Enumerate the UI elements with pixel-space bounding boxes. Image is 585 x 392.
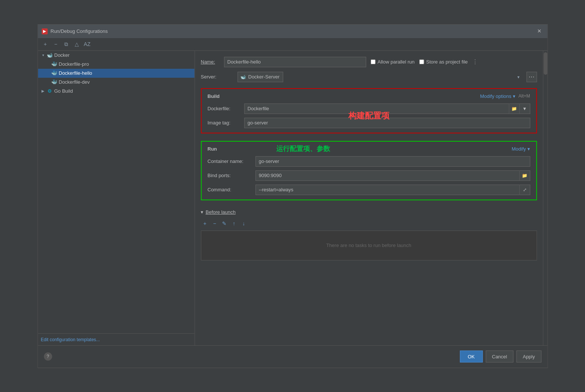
bind-ports-input[interactable] <box>255 170 520 181</box>
right-content: Name: Allow parallel run Store as projec… <box>195 51 543 345</box>
dockerfile-dev-icon: 🐳 <box>51 79 57 85</box>
sidebar-item-label: Docker <box>54 52 70 58</box>
sidebar-item-label: Dockerfile-pro <box>59 61 89 67</box>
bind-ports-wrapper: 📁 <box>255 170 530 181</box>
allow-parallel-run-checkbox[interactable] <box>370 59 375 64</box>
dockerfile-input[interactable] <box>244 104 509 114</box>
run-section-header: Run 运行配置项、参数 Modify ▾ <box>207 146 530 152</box>
run-modify-label: Modify <box>512 146 526 152</box>
expand-icon: ⤢ <box>523 187 527 192</box>
scrollbar[interactable] <box>543 51 547 345</box>
dockerfile-dropdown-button[interactable]: ▼ <box>520 104 530 114</box>
chevron-down-icon: ▾ <box>513 93 515 99</box>
folder-icon: 📁 <box>511 106 517 111</box>
image-tag-label: Image tag: <box>207 120 241 126</box>
move-up-icon: △ <box>75 41 79 47</box>
name-row: Name: Allow parallel run Store as projec… <box>201 57 537 67</box>
dropdown-arrow-icon: ▼ <box>523 106 527 111</box>
bind-ports-row: Bind ports: 📁 <box>207 170 530 181</box>
dockerfile-label: Dockerfile: <box>207 106 241 111</box>
container-name-wrapper <box>255 156 530 167</box>
edit-templates-link[interactable]: Edit configuration templates... <box>41 337 100 342</box>
store-as-project-checkbox[interactable] <box>419 59 424 64</box>
sort-icon: AZ <box>84 41 90 47</box>
dockerfile-folder-button[interactable]: 📁 <box>509 104 520 114</box>
command-expand-button[interactable]: ⤢ <box>520 185 530 195</box>
go-build-icon: ⚙ <box>47 88 53 94</box>
before-launch-empty-message: There are no tasks to run before launch <box>201 231 537 260</box>
build-section-header: Build Modify options ▾ Alt+M <box>207 93 530 99</box>
main-content: ▾ 🐋 Docker ▶ 🐳 Dockerfile-pro ▶ 🐳 Docker… <box>38 51 547 345</box>
allow-parallel-run-label: Allow parallel run <box>378 59 415 65</box>
sidebar-item-dockerfile-dev[interactable]: ▶ 🐳 Dockerfile-dev <box>38 78 194 87</box>
help-button[interactable]: ? <box>44 352 52 361</box>
cancel-button[interactable]: Cancel <box>486 351 513 362</box>
minus-icon: − <box>54 41 57 47</box>
copy-configuration-button[interactable]: ⧉ <box>62 40 71 49</box>
before-launch-edit-button[interactable]: ✎ <box>220 219 228 228</box>
build-section-content: 构建配置项 Dockerfile: 📁 ▼ <box>207 104 530 128</box>
image-tag-input[interactable] <box>244 118 530 128</box>
before-launch-add-button[interactable]: + <box>201 219 209 228</box>
run-section: Run 运行配置项、参数 Modify ▾ Container name <box>201 141 537 200</box>
name-label: Name: <box>201 59 219 65</box>
close-button[interactable]: × <box>535 27 544 36</box>
docker-group-icon: 🐋 <box>47 52 53 58</box>
bind-ports-folder-button[interactable]: 📁 <box>520 170 530 181</box>
command-label: Command: <box>207 187 252 192</box>
sort-button[interactable]: AZ <box>83 40 92 49</box>
bind-ports-label: Bind ports: <box>207 173 252 178</box>
dockerfile-input-wrapper: 📁 ▼ <box>244 104 530 114</box>
sidebar-item-label: Dockerfile-hello <box>59 70 92 76</box>
build-modify-options-button[interactable]: Modify options ▾ <box>480 93 515 99</box>
right-panel-wrapper: Name: Allow parallel run Store as projec… <box>195 51 547 345</box>
modify-options-label: Modify options <box>480 93 511 99</box>
container-name-input[interactable] <box>255 156 530 167</box>
copy-icon: ⧉ <box>64 41 68 47</box>
run-modify-button[interactable]: Modify ▾ <box>512 146 530 152</box>
sidebar-item-label: Go Build <box>54 88 73 94</box>
dockerfile-row: Dockerfile: 📁 ▼ <box>207 104 530 114</box>
before-launch-moveup-button[interactable]: ↑ <box>230 219 238 228</box>
run-annotation: 运行配置项、参数 <box>276 144 330 153</box>
before-launch-collapse-icon: ▾ <box>201 209 203 215</box>
configurations-toolbar: + − ⧉ △ AZ <box>38 38 547 51</box>
ports-folder-icon: 📁 <box>522 173 527 178</box>
before-launch-title: Before launch <box>206 209 235 215</box>
before-launch-movedown-button[interactable]: ↓ <box>240 219 248 228</box>
allow-parallel-run-checkbox-label[interactable]: Allow parallel run <box>370 59 415 65</box>
before-launch-toolbar: + − ✎ ↑ ↓ <box>201 218 537 229</box>
image-tag-row: Image tag: <box>207 118 530 128</box>
run-chevron-down-icon: ▾ <box>527 146 530 152</box>
command-input[interactable] <box>255 185 520 195</box>
no-tasks-text: There are no tasks to run before launch <box>326 243 412 248</box>
run-section-title: Run <box>207 146 217 152</box>
sidebar-item-go-build[interactable]: ▶ ⚙ Go Build <box>38 87 194 96</box>
footer-left: ? <box>44 352 52 361</box>
remove-configuration-button[interactable]: − <box>51 40 60 49</box>
dialog-title: Run/Debug Configurations <box>50 28 108 34</box>
apply-button[interactable]: Apply <box>516 351 541 362</box>
docker-server-icon: 🐋 <box>240 74 246 80</box>
sidebar-item-dockerfile-pro[interactable]: ▶ 🐳 Dockerfile-pro <box>38 60 194 69</box>
store-as-project-checkbox-label[interactable]: Store as project file <box>419 59 468 65</box>
before-launch-header[interactable]: ▾ Before launch <box>201 209 537 215</box>
add-configuration-button[interactable]: + <box>41 40 50 49</box>
footer-right: OK Cancel Apply <box>460 351 541 362</box>
server-row: Server: 🐋 Docker-Server ▼ ⋯ <box>201 72 537 82</box>
server-more-button[interactable]: ⋯ <box>526 72 537 82</box>
sidebar-item-dockerfile-hello[interactable]: ▶ 🐳 Dockerfile-hello <box>38 69 194 78</box>
before-launch-remove-button[interactable]: − <box>210 219 219 228</box>
container-name-label: Container name: <box>207 158 252 164</box>
ok-button[interactable]: OK <box>460 351 483 362</box>
configurations-tree: ▾ 🐋 Docker ▶ 🐳 Dockerfile-pro ▶ 🐳 Docker… <box>38 51 195 345</box>
app-icon: ▶ <box>41 28 47 34</box>
build-section-title: Build <box>207 93 220 99</box>
scrollbar-thumb[interactable] <box>544 52 547 75</box>
move-up-button[interactable]: △ <box>72 40 81 49</box>
name-input[interactable] <box>224 57 366 67</box>
server-label: Server: <box>201 74 234 80</box>
sidebar-item-docker[interactable]: ▾ 🐋 Docker <box>38 51 194 60</box>
build-section: Build Modify options ▾ Alt+M 构建配置项 <box>201 88 537 133</box>
store-as-project-more-icon: ⋮ <box>472 58 478 65</box>
